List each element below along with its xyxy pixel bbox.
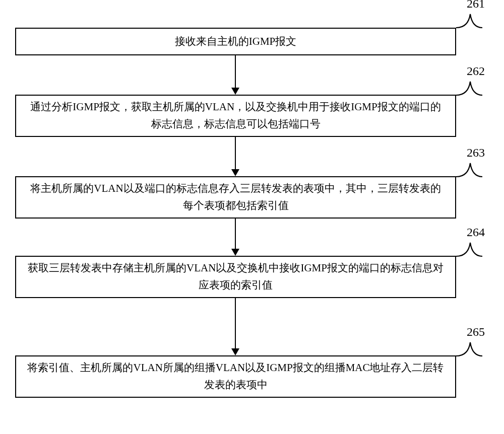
arrow-2-3 bbox=[235, 137, 236, 169]
callout-curve-264 bbox=[456, 236, 486, 266]
step-label-265: 265 bbox=[467, 325, 485, 339]
step-box-264: 获取三层转发表中存储主机所属的VLAN以及交换机中接收IGMP报文的端口的标志信… bbox=[15, 256, 456, 298]
step-text: 获取三层转发表中存储主机所属的VLAN以及交换机中接收IGMP报文的端口的标志信… bbox=[25, 260, 446, 294]
step-label-263: 263 bbox=[467, 146, 485, 160]
step-box-261: 接收来自主机的IGMP报文 bbox=[15, 28, 456, 55]
step-label-261: 261 bbox=[467, 0, 485, 11]
callout-curve-262 bbox=[456, 75, 486, 105]
step-box-262: 通过分析IGMP报文，获取主机所属的VLAN，以及交换机中用于接收IGMP报文的… bbox=[15, 95, 456, 137]
step-text: 将索引值、主机所属的VLAN所属的组播VLAN以及IGMP报文的组播MAC地址存… bbox=[25, 359, 446, 393]
arrow-head-1-2 bbox=[231, 88, 239, 95]
step-box-263: 将主机所属的VLAN以及端口的标志信息存入三层转发表的表项中，其中，三层转发表的… bbox=[15, 176, 456, 219]
callout-curve-261 bbox=[456, 7, 486, 37]
arrow-head-2-3 bbox=[231, 169, 239, 176]
step-text: 接收来自主机的IGMP报文 bbox=[175, 33, 297, 50]
arrow-head-4-5 bbox=[231, 348, 239, 355]
flowchart-canvas: 接收来自主机的IGMP报文 261 通过分析IGMP报文，获取主机所属的VLAN… bbox=[0, 0, 504, 434]
arrow-4-5 bbox=[235, 298, 236, 348]
arrow-3-4 bbox=[235, 219, 236, 249]
step-text: 通过分析IGMP报文，获取主机所属的VLAN，以及交换机中用于接收IGMP报文的… bbox=[25, 99, 446, 132]
arrow-head-3-4 bbox=[231, 249, 239, 256]
arrow-1-2 bbox=[235, 55, 236, 88]
step-box-265: 将索引值、主机所属的VLAN所属的组播VLAN以及IGMP报文的组播MAC地址存… bbox=[15, 355, 456, 398]
step-label-264: 264 bbox=[467, 226, 485, 239]
callout-curve-265 bbox=[456, 335, 486, 366]
step-text: 将主机所属的VLAN以及端口的标志信息存入三层转发表的表项中，其中，三层转发表的… bbox=[25, 180, 446, 214]
step-label-262: 262 bbox=[467, 64, 485, 78]
callout-curve-263 bbox=[456, 156, 486, 186]
